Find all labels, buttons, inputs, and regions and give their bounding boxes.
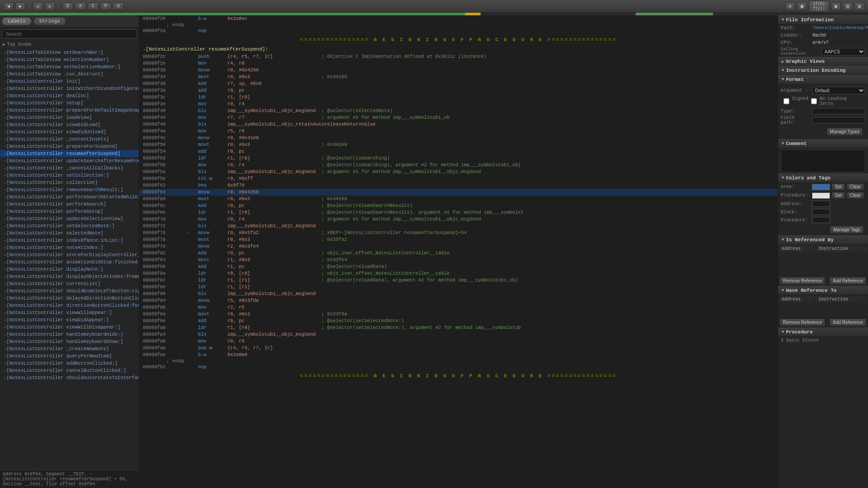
asm-line[interactable]: 00009f6caddr0, pc; @selector(reloadSearc… <box>139 202 778 209</box>
area-set-btn[interactable]: Set <box>832 183 845 190</box>
symbol-item[interactable]: -[NotesListController setup] <box>0 99 139 107</box>
symbol-item[interactable]: -[NotesListController viewWillDisappear:… <box>0 324 139 331</box>
symbol-item[interactable]: -[NotesListController resumeAfterSuspend… <box>0 150 139 157</box>
asm-line[interactable]: 00009f8cldrr1, [r1]; @selector(reloadDat… <box>139 277 778 284</box>
tab-strings[interactable]: Strings <box>33 17 66 25</box>
asm-line[interactable]: 00009f8aldrr0, [r0]; objc_ivar_offset_No… <box>139 270 778 277</box>
symbol-item[interactable]: -[NotesListController init] <box>0 78 139 85</box>
btn-d[interactable]: D <box>62 2 73 10</box>
symbol-item[interactable]: -[NotesListController dealloc] <box>0 92 139 99</box>
hrt-add-btn[interactable]: Add Reference <box>830 319 866 326</box>
asm-line[interactable]: 00009f72blximp___symbolstub1__objc_msgSe… <box>139 223 778 230</box>
symbol-item[interactable]: -[NotesListController queryForNewItem] <box>0 352 139 360</box>
redo-btn[interactable]: ↻ <box>45 2 55 10</box>
btn-u[interactable]: U <box>113 2 124 10</box>
asm-line[interactable]: 00009f30movwr0, #0x4296 <box>139 67 778 74</box>
irb-add-btn[interactable]: Add Reference <box>830 277 866 285</box>
asm-line[interactable]: 00009f3aaddr0, pc <box>139 87 778 94</box>
symbol-item[interactable]: -[NotesListController noteAtIndex:] <box>0 244 139 251</box>
asm-line[interactable]: 00009f82addr0, pc; objc_ivar_offset_Note… <box>139 250 778 257</box>
asm-line[interactable]: 00009fa0ldrr1, [r0]; @selector(setSelect… <box>139 324 778 331</box>
addr-color-swatch[interactable] <box>812 201 830 207</box>
symbol-item[interactable]: -[NotesListController currentList] <box>0 280 139 287</box>
symbol-item[interactable]: -[NotesListController delayedDirectionBu… <box>0 295 139 302</box>
symbol-item[interactable]: -[NotesListController setCollection:] <box>0 172 139 179</box>
symbol-item[interactable]: -[NotesListController shouldEnableLeftBu… <box>0 287 139 295</box>
code-view-btn[interactable]: if(b)f(x); <box>809 0 829 12</box>
symbol-item[interactable]: -[NotesListController indexOfNote:inList… <box>0 237 139 244</box>
argument-select[interactable]: Default <box>812 87 865 94</box>
proc2-color-swatch[interactable] <box>812 217 830 223</box>
symbol-item[interactable]: -[NotesListController performSetup] <box>0 208 139 215</box>
symbol-item[interactable]: -[NotesListController viewWillAppear:] <box>0 309 139 316</box>
area-clear-btn[interactable]: Clear <box>847 183 864 190</box>
asm-line[interactable]: 00009f5ablximp___symbolstub1__objc_msgSe… <box>139 169 778 175</box>
layout-btn2[interactable]: ▤ <box>843 2 853 10</box>
asm-line[interactable]: 00009f98movr2, r5 <box>139 304 778 311</box>
symbol-item[interactable]: -[NotesListController performSearchStart… <box>0 193 139 201</box>
hrt-remove-btn[interactable]: Remove Reference <box>780 319 825 326</box>
asm-line[interactable]: 00009fa8movr0, r5 <box>139 338 778 345</box>
search-input[interactable] <box>2 29 137 38</box>
asm-line[interactable]: 00009f4amovr5, r0 <box>139 128 778 135</box>
asm-line[interactable]: 00009faapop.w{r4, r5, r7, lr} <box>139 345 778 352</box>
symbol-item[interactable]: -[NotesListTableView setSelectionNumber:… <box>0 63 139 70</box>
asm-line[interactable]: 00009f7amovtr0, #0x3; 0x35fa2 <box>139 236 778 243</box>
btn-c[interactable]: C <box>88 2 99 10</box>
asm-line[interactable]: 00009f7emovwr2, #0x3fe4 <box>139 243 778 250</box>
symbol-item[interactable]: -[NotesListController viewDidUnload] <box>0 128 139 136</box>
layout-btn3[interactable]: ▥ <box>854 2 864 10</box>
symbol-item[interactable]: -[NotesListController displayNote:] <box>0 266 139 273</box>
symbol-item[interactable]: -[NotesListController performSearch] <box>0 201 139 208</box>
asm-line[interactable]: 00009f3cldrr1, [r0] <box>139 94 778 101</box>
asm-line[interactable]: 00009f94movwr5, #0x3fda <box>139 297 778 304</box>
asm-line[interactable]: 00009f44movr7, r7; argument #2 for metho… <box>139 114 778 121</box>
btn-p[interactable]: P <box>100 2 111 10</box>
symbol-item[interactable]: -[NotesListController prepareForSuspend] <box>0 143 139 150</box>
signed-checkbox[interactable] <box>783 96 789 106</box>
asm-line[interactable]: 00009f34movtr0, #0x3; 0x34296 <box>139 74 778 80</box>
manage-types-btn[interactable]: Manage Types <box>827 128 863 136</box>
symbol-item[interactable]: -[NotesListController cancelButtonClicke… <box>0 367 139 374</box>
noleading-checkbox[interactable] <box>811 96 817 106</box>
symbol-item[interactable]: -[NotesListController handleKeyboardHide… <box>0 331 139 338</box>
calling-select[interactable]: AAPCS <box>821 48 865 56</box>
asm-line[interactable]: 00009f88addr1, pc; @selector(reloadData) <box>139 263 778 270</box>
asm-line[interactable]: 00009f8eldrr1, [r1] <box>139 284 778 291</box>
symbol-item[interactable]: -[NotesListController collection] <box>0 179 139 186</box>
asm-line[interactable]: 00009f68movtr0, #0x3; 0x34268 <box>139 196 778 202</box>
asm-line[interactable]: 00009f40blximp___symbolstub1__objc_msgSe… <box>139 108 778 114</box>
symbol-item[interactable]: -[NotesListController handleKeyboardShow… <box>0 338 139 345</box>
settings-btn[interactable]: ⚙ <box>785 2 795 10</box>
symbol-item[interactable]: -[NotesListController initWithArchivedCo… <box>0 85 139 92</box>
symbol-item[interactable]: -[NotesListTableView setSearchBar:] <box>0 49 139 56</box>
asm-line[interactable]: 00009f9amovtr0, #0x3; 0x33fda <box>139 311 778 318</box>
irb-remove-btn[interactable]: Remove Reference <box>780 277 825 285</box>
asm-line[interactable]: 00009fb2nop <box>139 364 778 371</box>
symbol-item[interactable]: -[NotesListController selectedNote] <box>0 230 139 237</box>
proc-set-btn[interactable]: Set <box>832 192 845 199</box>
asm-line[interactable]: 00009f2cpush{r4, r5, r7, lr}; Objective … <box>139 53 778 60</box>
asm-line[interactable]: 00009fa4blximp___symbolstub1__objc_msgSe… <box>139 331 778 338</box>
asm-line[interactable]: 00009f54addr0, pc <box>139 148 778 155</box>
asm-line[interactable]: ; endp <box>139 22 778 28</box>
asm-line[interactable]: 00009f56ldrr1, [r0]; @selector(isSearchi… <box>139 155 778 162</box>
asm-scroll[interactable]: 00009f26b.w0x2a8ec; endp00009f2anop=====… <box>139 15 778 488</box>
symbol-item[interactable]: -[NotesListController directionButtonCli… <box>0 302 139 309</box>
symbol-item[interactable]: -[NotesListTableView .cxx_destruct] <box>0 70 139 78</box>
proc-clear-btn[interactable]: Clear <box>847 192 864 199</box>
area-color-swatch[interactable] <box>812 184 830 190</box>
symbol-item[interactable]: -[NotesListController _createNewNote] <box>0 345 139 352</box>
symbol-item[interactable]: -[NotesListController removeSearchResult… <box>0 186 139 193</box>
btn-a[interactable]: A <box>75 2 86 10</box>
asm-line[interactable]: 00009f2emovr4, r0 <box>139 60 778 67</box>
symbol-item[interactable]: -[NotesListController shouldAutorotateTo… <box>0 374 139 381</box>
undo-btn[interactable]: ↺ <box>33 2 43 10</box>
asm-line[interactable]: 00009f50movtr0, #0x3; 0x341e8 <box>139 141 778 148</box>
asm-line[interactable]: 00009f90blximp___symbolstub1__objc_msgSe… <box>139 291 778 297</box>
asm-line[interactable]: 00009f6eldrr1, [r0]; @selector(reloadSea… <box>139 209 778 216</box>
asm-line[interactable]: 00009f5etst.wr0, #0xff <box>139 175 778 182</box>
asm-line[interactable]: 00009f46blximp___symbolstub1__objc_retai… <box>139 121 778 128</box>
block-color-swatch[interactable] <box>812 209 830 215</box>
asm-line[interactable]: 00009f3emovr0, r4 <box>139 101 778 108</box>
